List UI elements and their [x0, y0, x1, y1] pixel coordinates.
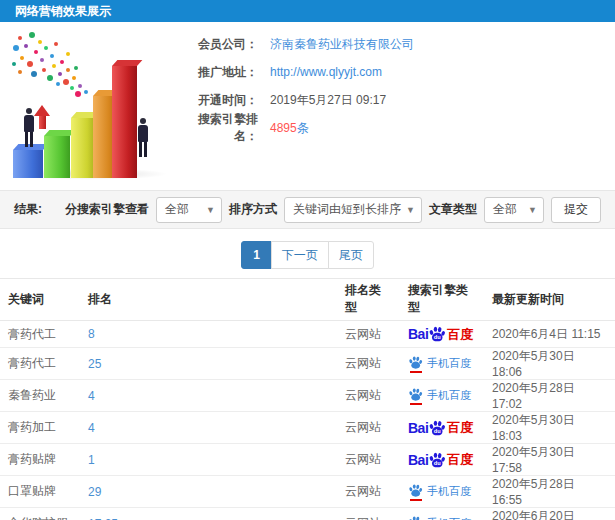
update-time-cell: 2020年6月20日 09:25: [492, 509, 575, 520]
rank-link[interactable]: 25: [88, 357, 101, 371]
rank-type-cell: 云网站: [345, 327, 381, 341]
rank-count: 4895: [270, 121, 297, 135]
keyword-cell: 金华防护服: [8, 516, 68, 520]
article-type-label: 文章类型: [429, 201, 477, 218]
illustration-bar-red: [112, 66, 137, 178]
col-update-time: 最新更新时间: [484, 279, 615, 321]
rank-link[interactable]: 1: [88, 453, 95, 467]
update-time-cell: 2020年5月30日 17:58: [492, 445, 575, 475]
rank-type-cell: 云网站: [345, 420, 381, 434]
baidu-red-underline: [410, 371, 422, 373]
table-row: 膏药加工4云网站Baidu百度2020年5月30日 18:03: [0, 412, 615, 444]
baidu-mobile-logo: 手机百度: [408, 387, 471, 405]
illustration-bar-green: [44, 136, 70, 178]
baidu-paw-icon: du: [428, 419, 446, 437]
baidu-paw-icon: du: [428, 451, 446, 469]
pagination-last[interactable]: 尾页: [328, 241, 374, 269]
company-link[interactable]: 济南秦鲁药业科技有限公司: [270, 36, 414, 53]
svg-text:du: du: [434, 428, 441, 434]
pagination-page-1[interactable]: 1: [241, 241, 272, 269]
keyword-cell: 膏药代工: [8, 327, 56, 341]
promo-url-row: 推广地址： http://www.qlyyjt.com: [178, 58, 414, 86]
table-row: 膏药贴牌1云网站Baidu百度2020年5月30日 17:58: [0, 444, 615, 476]
baidu-pc-logo: Baidu百度: [408, 419, 473, 437]
update-time-cell: 2020年5月28日 16:55: [492, 477, 575, 507]
table-row: 膏药代工25云网站手机百度2020年5月30日 18:06: [0, 348, 615, 380]
confetti-dots: [8, 28, 12, 32]
svg-text:du: du: [434, 334, 441, 340]
chevron-down-icon: ▼: [406, 204, 415, 214]
rank-type-cell: 云网站: [345, 452, 381, 466]
table-row: 膏药代工8云网站Baidu百度2020年6月4日 11:15: [0, 321, 615, 348]
keyword-cell: 口罩贴牌: [8, 484, 56, 498]
keyword-cell: 膏药加工: [8, 420, 56, 434]
baidu-mobile-logo: 手机百度: [408, 483, 471, 501]
baidu-paw-icon: [408, 387, 423, 402]
baidu-mobile-logo: 手机百度: [408, 515, 471, 520]
engine-filter-select[interactable]: 全部 ▼: [156, 197, 222, 223]
illustration-bar-blue: [13, 150, 43, 178]
businessman-figure-right: [135, 118, 150, 157]
update-time-cell: 2020年5月30日 18:06: [492, 349, 575, 379]
url-label: 推广地址：: [178, 64, 258, 81]
member-info-section: 会员公司： 济南秦鲁药业科技有限公司 推广地址： http://www.qlyy…: [0, 22, 615, 190]
table-row: 口罩贴牌29云网站手机百度2020年5月28日 16:55: [0, 476, 615, 508]
baidu-paw-icon: [408, 515, 423, 520]
rank-link[interactable]: 29: [88, 485, 101, 499]
table-header-row: 关键词 排名 排名类型 搜索引擎类型 最新更新时间: [0, 279, 615, 321]
table-row: 秦鲁药业4云网站手机百度2020年5月28日 17:02: [0, 380, 615, 412]
baidu-mobile-logo: 手机百度: [408, 355, 471, 373]
sort-select[interactable]: 关键词由短到长排序 ▼: [284, 197, 422, 223]
results-table: 关键词 排名 排名类型 搜索引擎类型 最新更新时间 膏药代工8云网站Baidu百…: [0, 278, 615, 520]
keyword-cell: 秦鲁药业: [8, 388, 56, 402]
up-arrow-icon: [34, 105, 50, 129]
chevron-down-icon: ▼: [528, 204, 537, 214]
company-label: 会员公司：: [178, 36, 258, 53]
sort-label: 排序方式: [229, 201, 277, 218]
page: 网络营销效果展示 会员公司： 济南秦鲁药业科技有限公司: [0, 0, 615, 520]
pagination-next[interactable]: 下一页: [271, 241, 329, 269]
bar-chart-illustration: [8, 28, 178, 180]
update-time-cell: 2020年5月30日 18:03: [492, 413, 575, 443]
table-body: 膏药代工8云网站Baidu百度2020年6月4日 11:15膏药代工25云网站手…: [0, 321, 615, 520]
baidu-paw-icon: [408, 355, 423, 370]
promo-url-link[interactable]: http://www.qlyyjt.com: [270, 65, 382, 79]
rank-link[interactable]: 4: [88, 389, 95, 403]
col-rank: 排名: [80, 279, 337, 321]
baidu-paw-icon: du: [428, 325, 446, 343]
page-title: 网络营销效果展示: [15, 4, 111, 18]
keyword-cell: 膏药代工: [8, 356, 56, 370]
rank-type-cell: 云网站: [345, 388, 381, 402]
baidu-pc-logo: Baidu百度: [408, 451, 473, 469]
sort-value: 关键词由短到长排序: [293, 201, 401, 218]
col-keyword: 关键词: [0, 279, 80, 321]
engine-rank-label: 搜索引擎排名：: [178, 111, 258, 145]
col-engine-type: 搜索引擎类型: [400, 279, 484, 321]
rank-link[interactable]: 8: [88, 327, 95, 341]
article-type-select[interactable]: 全部 ▼: [484, 197, 544, 223]
article-type-value: 全部: [493, 201, 517, 218]
page-title-bar: 网络营销效果展示: [0, 0, 615, 22]
member-company-row: 会员公司： 济南秦鲁药业科技有限公司: [178, 30, 414, 58]
engine-rank-row: 搜索引擎排名： 4895条: [178, 114, 414, 142]
opened-time-row: 开通时间： 2019年5月27日 09:17: [178, 86, 414, 114]
member-info-list: 会员公司： 济南秦鲁药业科技有限公司 推广地址： http://www.qlyy…: [178, 30, 414, 142]
submit-button[interactable]: 提交: [551, 197, 601, 223]
baidu-red-underline: [410, 499, 422, 501]
filter-bar: 结果: 分搜索引擎查看 全部 ▼ 排序方式 关键词由短到长排序 ▼ 文章类型 全…: [0, 190, 615, 229]
rank-type-cell: 云网站: [345, 484, 381, 498]
pagination: 1 下一页 尾页: [0, 241, 615, 269]
businessman-figure-left: [21, 108, 36, 147]
rank-type-cell: 云网站: [345, 516, 381, 520]
col-rank-type: 排名类型: [337, 279, 400, 321]
update-time-cell: 2020年5月28日 17:02: [492, 381, 575, 411]
opened-label: 开通时间：: [178, 92, 258, 109]
rank-link[interactable]: 4: [88, 421, 95, 435]
result-label: 结果:: [14, 201, 42, 218]
baidu-pc-logo: Baidu百度: [408, 325, 473, 343]
rank-link[interactable]: 17,25: [88, 517, 118, 520]
rank-unit: 条: [297, 121, 309, 135]
baidu-red-underline: [410, 403, 422, 405]
baidu-paw-icon: [408, 483, 423, 498]
chevron-down-icon: ▼: [206, 204, 215, 214]
